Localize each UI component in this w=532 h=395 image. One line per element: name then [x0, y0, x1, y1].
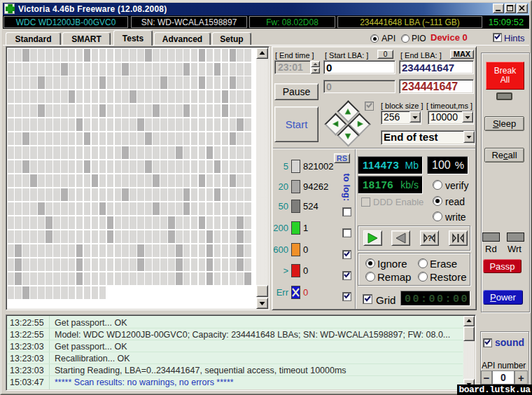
svg-text:?: ?	[428, 234, 433, 242]
